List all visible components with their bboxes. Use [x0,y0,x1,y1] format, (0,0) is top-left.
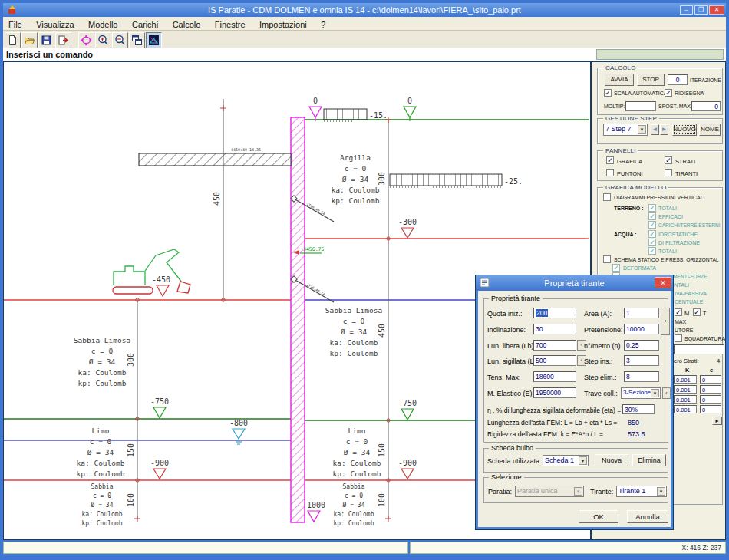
step-next-button[interactable]: ► [660,124,668,135]
menu-file[interactable]: File [3,18,28,31]
strati-row-k[interactable]: 0.001 [674,395,697,404]
step-dropdown[interactable]: 7 Step 7 ▼ [603,124,648,136]
chevron-down-icon[interactable]: ▼ [657,487,665,496]
scheda-dropdown[interactable]: Scheda 1 ▼ [543,455,589,466]
area-field[interactable]: 1 [624,308,659,318]
export-button[interactable] [55,32,71,48]
strati-row-k[interactable]: 0.001 [674,405,697,413]
zoom-out-button[interactable] [112,32,128,48]
menu-calcolo[interactable]: Calcolo [167,18,206,31]
panel-long-field[interactable] [674,344,724,354]
terreno-efficaci-checkbox[interactable] [648,212,656,220]
stop-button[interactable]: STOP [637,74,665,86]
svg-text:ka: Coulomb: ka: Coulomb [77,459,125,467]
step-prev-button[interactable]: ◄ [651,124,659,135]
acqua-totali-checkbox[interactable] [648,247,656,255]
menu-impostazioni[interactable]: Impostazioni [254,18,312,31]
trave-coll-dropdown[interactable]: 3-Sezione ▼ [621,387,661,399]
menu-finestre[interactable]: Finestre [209,18,251,31]
menu-modello[interactable]: Modello [83,18,124,31]
inclinazione-field[interactable]: 30 [533,324,576,334]
step-elim-field[interactable]: 8 [624,371,659,382]
n-metro-field[interactable]: 0.25 [624,340,659,351]
grafica-checkbox[interactable] [606,156,614,164]
terreno-totali-checkbox[interactable] [648,204,656,212]
annulla-button[interactable]: Annulla [627,510,668,523]
elimina-button[interactable]: Elimina [632,454,666,466]
retaining-wall[interactable] [291,117,305,522]
elastico-field[interactable]: 1950000 [533,387,576,398]
chevron-down-icon[interactable]: ▼ [638,125,646,134]
svg-text:Limo: Limo [92,427,110,435]
save-button[interactable] [38,32,54,48]
nuova-button[interactable]: Nuova [595,454,628,466]
open-file-button[interactable] [21,32,38,48]
lun-sigillata-field[interactable]: 500 [533,355,576,366]
ok-button[interactable]: OK [579,510,618,523]
step-ins-field[interactable]: 3 [624,355,659,366]
model-view-button[interactable] [146,32,162,48]
dialog-close-button[interactable]: ✕ [655,277,671,288]
avvia-button[interactable]: AVVIA [605,74,634,86]
strati-row-c[interactable]: 0 [700,385,721,394]
strati-row-k[interactable]: 0.001 [674,375,697,384]
tens-max-field[interactable]: 18600 [533,371,576,382]
nmt-t-label: T [703,310,707,317]
status-bar-left [3,542,408,554]
nmt-t-checkbox[interactable] [693,308,701,316]
title-bar[interactable]: IS Paratie - CDM DOLMEN e omnia IS 14 - … [3,3,726,17]
ellipse-tool-button[interactable] [78,32,94,48]
pretensione-field[interactable]: 10000 [624,324,659,334]
tirante-dropdown[interactable]: Tirante 1 ▼ [616,486,667,497]
quota-field[interactable]: 200 [533,308,576,318]
iterazione-field[interactable]: 0 [668,74,688,85]
zoom-in-button[interactable] [95,32,111,48]
deformata-checkbox[interactable] [612,264,620,272]
cascade-windows-button[interactable] [129,32,145,48]
maximize-button[interactable]: ❐ [694,5,708,15]
nuovo-button[interactable]: NUOVO [672,124,697,136]
menu-help[interactable]: ? [315,18,331,31]
eta-field[interactable]: 30% [622,404,655,414]
nome-button[interactable]: NOME [699,124,721,136]
nmt-m-checkbox[interactable] [675,308,682,316]
schema-statico-checkbox[interactable] [603,255,611,263]
n-metro-label: n°/metro (n) [584,342,621,350]
dialog-title-bar[interactable]: Proprietà tirante ✕ [476,275,673,291]
chevron-down-icon[interactable]: ▼ [579,456,587,465]
close-button[interactable]: ✕ [709,5,724,15]
group-pannelli-caption: PANNELLI [603,147,638,154]
strati-checkbox[interactable] [665,156,672,164]
ridisegna-checkbox[interactable] [665,89,672,97]
dim-150-right: 150 [378,443,386,457]
moltip-field[interactable] [625,101,656,111]
diagrammi-pressioni-checkbox[interactable] [603,193,611,201]
puntoni-checkbox[interactable] [606,169,614,176]
area-spin-button[interactable]: ‹ [661,308,670,335]
acqua-idrostatiche-checkbox[interactable] [648,230,656,238]
minimize-button[interactable]: – [680,5,693,15]
lun-libera-field[interactable]: 700 [533,340,576,351]
strati-row-c[interactable]: 0 [700,395,721,404]
trave-coll-value: 3-Sezione [623,389,651,396]
svg-text:c = 0: c = 0 [346,437,368,446]
trave-coll-spin[interactable]: ‹ [662,387,671,399]
spost-max-field[interactable]: 0 [691,101,721,111]
dialog-proprieta-tirante[interactable]: Proprietà tirante ✕ Proprietà tirante Qu… [476,275,673,529]
dim-300-left: 300 [127,353,135,367]
squadratura-checkbox[interactable] [675,334,682,342]
menu-visualizza[interactable]: Visualizza [31,18,79,31]
tiranti-checkbox[interactable] [665,169,672,176]
tirante-label: Tirante: [590,488,613,496]
menu-carichi[interactable]: Carichi [127,18,163,31]
acqua-filtrazione-checkbox[interactable] [648,239,656,246]
scala-automatica-checkbox[interactable] [604,89,612,97]
terreno-carichi-checkbox[interactable] [648,221,656,229]
lunghezza-fem-label: Lunghezza dell'asta FEM: L = Lb + eta * … [487,419,617,427]
strati-scroll-button[interactable]: ▸ [712,417,722,425]
chevron-down-icon[interactable]: ▼ [651,389,659,397]
strati-row-k[interactable]: 0.001 [674,385,697,394]
strati-row-c[interactable]: 0 [700,375,721,384]
new-file-button[interactable] [5,32,21,48]
strati-row-c[interactable]: 0 [700,405,721,413]
